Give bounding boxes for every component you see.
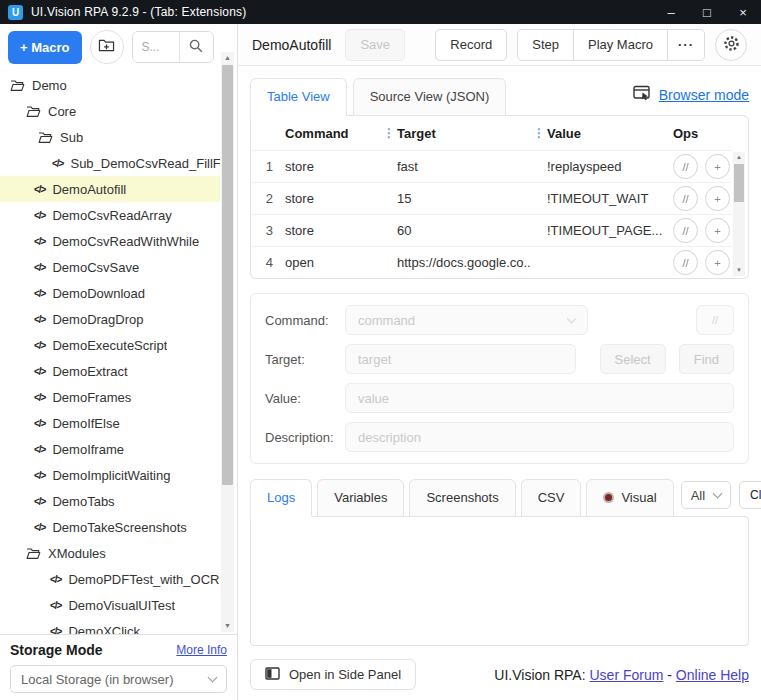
tree-item[interactable]: </> DemoExecuteScript [0,332,220,358]
record-button[interactable]: Record [435,29,507,61]
scroll-down-icon[interactable]: ▼ [733,265,745,276]
tree-item[interactable]: XModules [0,540,220,566]
toggle-comment-button[interactable]: // [673,154,698,179]
close-button[interactable]: × [725,0,761,24]
play-macro-button[interactable]: Play Macro [573,29,668,61]
browser-mode-link[interactable]: Browser mode [659,87,749,103]
tree-item[interactable]: </> DemoTabs [0,488,220,514]
minimize-button[interactable]: – [653,0,689,24]
macro-header: DemoAutofill Save Record Step Play Macro… [238,24,761,66]
tree-item-label: DemoXClick [68,624,140,635]
tree-item[interactable]: </> DemoXClick [0,618,220,634]
cell-command[interactable]: open [285,255,381,270]
search-button[interactable] [179,32,213,62]
search-input[interactable] [133,32,179,62]
add-row-button[interactable]: + [705,218,730,243]
log-filter-select[interactable]: All [681,481,731,509]
scroll-up-icon[interactable]: ▲ [733,152,745,163]
scroll-down-icon[interactable]: ▼ [221,620,234,632]
table-row[interactable]: 4 open https://docs.google.co... //+ [251,246,732,278]
cell-value[interactable]: !TIMEOUT_WAIT [547,191,673,206]
more-options-button[interactable]: ··· [667,29,705,61]
cell-command[interactable]: store [285,191,381,206]
tree-item[interactable]: </> DemoPDFTest_with_OCR [0,566,220,592]
table-header: Command ⋮ Target ⋮ Value Ops [251,116,748,150]
toggle-comment-button[interactable]: // [673,218,698,243]
column-resize-handle[interactable]: ⋮ [531,126,547,140]
tree-item[interactable]: </> DemoDownload [0,280,220,306]
cell-value[interactable]: !TIMEOUT_PAGE... [547,223,673,238]
logs-tab-visual[interactable]: Visual [586,479,673,517]
cell-target[interactable]: 15 [397,191,531,206]
add-row-button[interactable]: + [705,186,730,211]
editor-tab-table-view[interactable]: Table View [250,78,347,116]
tree-item[interactable]: </> DemoCsvSave [0,254,220,280]
online-help-link[interactable]: Online Help [676,667,749,683]
clear-logs-button[interactable]: Clear [739,481,761,509]
tree-item[interactable]: </> Sub_DemoCsvRead_FillFor [0,150,220,176]
tree-item[interactable]: </> DemoIframe [0,436,220,462]
storage-mode-select[interactable]: Local Storage (in browser) [10,665,227,693]
toggle-comment-button[interactable]: // [696,305,734,335]
tree-item-label: DemoExecuteScript [52,338,167,353]
tree-item[interactable]: </> DemoVisualUITest [0,592,220,618]
logs-tab-csv[interactable]: CSV [521,479,582,517]
tree-item[interactable]: </> DemoFrames [0,384,220,410]
table-row[interactable]: 2 store 15 !TIMEOUT_WAIT //+ [251,182,732,214]
cell-command[interactable]: store [285,223,381,238]
cell-command[interactable]: store [285,159,381,174]
cell-target[interactable]: 60 [397,223,531,238]
maximize-button[interactable]: □ [689,0,725,24]
table-row[interactable]: 1 store fast !replayspeed //+ [251,150,732,182]
table-row[interactable]: 3 store 60 !TIMEOUT_PAGE... //+ [251,214,732,246]
main-panel: DemoAutofill Save Record Step Play Macro… [237,24,761,700]
tree-item[interactable]: </> DemoCsvReadWithWhile [0,228,220,254]
tree-item[interactable]: </> DemoIfElse [0,410,220,436]
tree-item[interactable]: </> DemoImplicitWaiting [0,462,220,488]
new-folder-button[interactable] [90,30,124,64]
column-value: Value [547,126,673,141]
tree-item[interactable]: Sub [0,124,220,150]
tree-item[interactable]: </> DemoTakeScreenshots [0,514,220,540]
browser-mode-toggle[interactable]: Browser mode [633,85,749,105]
new-macro-button[interactable]: + Macro [8,31,82,64]
find-button[interactable]: Find [679,344,734,374]
table-scrollbar[interactable]: ▲ ▼ [733,152,745,276]
logs-tab-variables[interactable]: Variables [317,479,404,517]
tree-item-label: DemoDragDrop [52,312,143,327]
save-button[interactable]: Save [345,29,405,61]
command-select[interactable]: command [345,305,588,335]
tree-item[interactable]: Demo [0,72,220,98]
user-forum-link[interactable]: User Forum [589,667,663,683]
step-button[interactable]: Step [517,29,574,61]
description-input[interactable]: description [345,422,734,452]
sidebar-scrollbar[interactable]: ▲ ▼ [221,52,234,632]
add-row-button[interactable]: + [705,154,730,179]
logs-tab-logs[interactable]: Logs [250,479,312,517]
cell-target[interactable]: fast [397,159,531,174]
cell-target[interactable]: https://docs.google.co... [397,255,531,270]
add-row-button[interactable]: + [705,250,730,275]
column-resize-handle[interactable]: ⋮ [381,126,397,140]
scroll-up-icon[interactable]: ▲ [221,52,234,64]
tree-item[interactable]: </> DemoCsvReadArray [0,202,220,228]
tree-item[interactable]: Core [0,98,220,124]
value-input[interactable]: value [345,383,734,413]
select-button[interactable]: Select [600,344,666,374]
cell-value[interactable]: !replayspeed [547,159,673,174]
code-icon: </> [34,288,45,299]
scrollbar-thumb[interactable] [222,65,233,485]
more-info-link[interactable]: More Info [176,643,227,657]
toggle-comment-button[interactable]: // [673,250,698,275]
tree-item[interactable]: </> DemoAutofill [0,176,220,202]
open-side-panel-button[interactable]: Open in Side Panel [250,659,416,690]
scrollbar-thumb[interactable] [734,164,744,202]
toggle-comment-button[interactable]: // [673,186,698,211]
tree-item[interactable]: </> DemoExtract [0,358,220,384]
tree-item-label: DemoIframe [52,442,124,457]
editor-tab-source-view-json[interactable]: Source View (JSON) [353,78,507,116]
tree-item[interactable]: </> DemoDragDrop [0,306,220,332]
logs-tab-screenshots[interactable]: Screenshots [409,479,515,517]
target-input[interactable]: target [345,344,576,374]
settings-button[interactable] [715,29,747,61]
